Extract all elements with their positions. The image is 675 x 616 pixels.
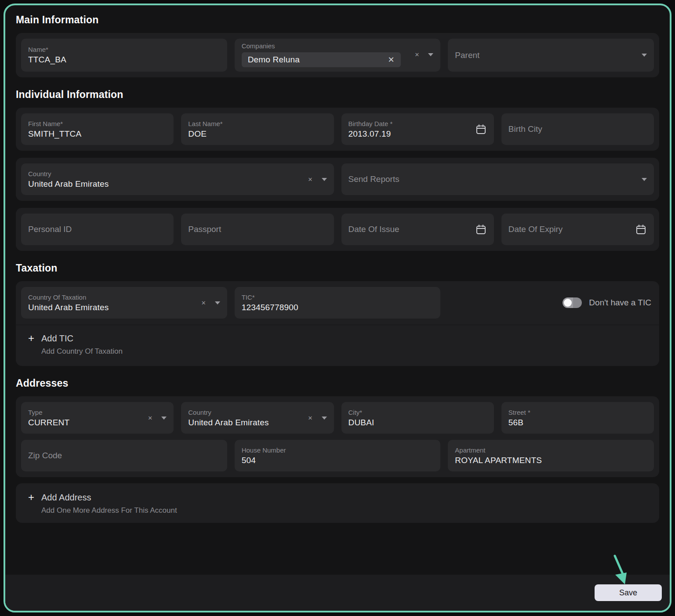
- passport-field[interactable]: Passport: [181, 214, 334, 245]
- dont-have-tic-cell: Don't have a TIC: [448, 287, 654, 319]
- clear-icon[interactable]: [201, 300, 206, 306]
- clear-icon[interactable]: [414, 52, 419, 58]
- last-name-label: Last Name*: [188, 120, 327, 127]
- city-field[interactable]: City* DUBAI: [341, 402, 494, 434]
- zip-code-placeholder: Zip Code: [28, 451, 62, 460]
- zip-code-field[interactable]: Zip Code: [21, 440, 227, 471]
- tic-text: TIC* 123456778900: [242, 294, 434, 312]
- address-country-select[interactable]: Country United Arab Emirates: [181, 402, 334, 434]
- street-field[interactable]: Street * 56B: [501, 402, 654, 434]
- send-reports-controls: [642, 178, 647, 181]
- date-of-issue-text: Date Of Issue: [348, 225, 470, 234]
- chip-remove-icon[interactable]: [388, 56, 395, 64]
- birthday-date-label: Birthday Date *: [348, 120, 470, 127]
- name-field[interactable]: Name* TTCA_BA: [21, 39, 227, 72]
- date-of-issue-controls: [475, 224, 487, 236]
- form-content: Main Information Name* TTCA_BA Companies…: [5, 5, 670, 575]
- individual-information-row-1: First Name* SMITH_TTCA Last Name* DOE Bi…: [16, 108, 659, 151]
- tic-field[interactable]: TIC* 123456778900: [235, 287, 441, 319]
- address-type-controls: [148, 415, 167, 421]
- country-controls: [308, 177, 327, 182]
- form-footer: Save: [5, 575, 670, 611]
- apartment-value: ROYAL APARTMENTS: [455, 456, 647, 465]
- country-of-taxation-select[interactable]: Country Of Taxation United Arab Emirates: [21, 287, 227, 319]
- add-tic-label: Add TIC: [41, 333, 73, 344]
- house-number-value: 504: [242, 456, 434, 465]
- plus-icon: [26, 492, 36, 503]
- add-tic-description: Add Country Of Taxation: [41, 347, 649, 356]
- country-text: Country United Arab Emirates: [28, 170, 303, 189]
- address-type-select[interactable]: Type CURRENT: [21, 402, 174, 434]
- calendar-icon[interactable]: [475, 224, 487, 236]
- house-number-field[interactable]: House Number 504: [235, 440, 441, 471]
- chevron-down-icon[interactable]: [642, 54, 647, 57]
- add-address-label: Add Address: [41, 493, 91, 503]
- chevron-down-icon[interactable]: [428, 53, 433, 56]
- last-name-field[interactable]: Last Name* DOE: [181, 113, 334, 145]
- clear-icon[interactable]: [308, 415, 313, 421]
- first-name-value: SMITH_TTCA: [28, 129, 167, 139]
- add-address-button[interactable]: Add Address Add One More Address For Thi…: [16, 483, 659, 523]
- address-country-text: Country United Arab Emirates: [188, 409, 302, 428]
- city-text: City* DUBAI: [348, 409, 487, 428]
- send-reports-text: Send Reports: [348, 174, 637, 184]
- name-field-text: Name* TTCA_BA: [28, 46, 220, 65]
- dont-have-tic-toggle[interactable]: [562, 297, 582, 308]
- address-country-value: United Arab Emirates: [188, 418, 302, 428]
- main-information-group: Name* TTCA_BA Companies Demo Reluna: [16, 33, 659, 77]
- date-of-expiry-field[interactable]: Date Of Expiry: [501, 214, 654, 245]
- companies-select[interactable]: Companies Demo Reluna: [235, 39, 441, 72]
- parent-placeholder: Parent: [455, 51, 479, 60]
- address-type-label: Type: [28, 409, 142, 416]
- birth-city-field[interactable]: Birth City: [501, 113, 654, 145]
- zip-code-text: Zip Code: [28, 451, 220, 460]
- date-of-expiry-controls: [635, 224, 647, 236]
- chevron-down-icon[interactable]: [322, 178, 327, 181]
- name-label: Name*: [28, 46, 220, 53]
- section-title-individual-information: Individual Information: [16, 89, 659, 101]
- birth-city-text: Birth City: [508, 124, 647, 134]
- calendar-icon[interactable]: [635, 224, 647, 236]
- tic-label: TIC*: [242, 294, 434, 301]
- date-of-expiry-placeholder: Date Of Expiry: [508, 225, 563, 234]
- company-chip[interactable]: Demo Reluna: [242, 52, 401, 67]
- country-select[interactable]: Country United Arab Emirates: [21, 163, 334, 195]
- street-value: 56B: [508, 418, 647, 428]
- section-title-addresses: Addresses: [16, 377, 659, 389]
- birthday-date-value: 2013.07.19: [348, 129, 470, 139]
- chevron-down-icon[interactable]: [215, 301, 220, 304]
- chevron-down-icon[interactable]: [642, 178, 647, 181]
- personal-id-placeholder: Personal ID: [28, 225, 72, 234]
- add-tic-row: Add TIC: [26, 333, 649, 344]
- parent-controls: [642, 54, 647, 57]
- addresses-group: Type CURRENT Country United Arab Emirate…: [16, 396, 659, 477]
- add-tic-button[interactable]: Add TIC Add Country Of Taxation: [21, 325, 654, 360]
- apartment-text: Apartment ROYAL APARTMENTS: [455, 446, 647, 465]
- street-label: Street *: [508, 409, 647, 416]
- companies-label: Companies: [242, 42, 410, 50]
- country-value: United Arab Emirates: [28, 179, 303, 189]
- birthday-date-field[interactable]: Birthday Date * 2013.07.19: [341, 113, 494, 145]
- tic-value: 123456778900: [242, 303, 434, 312]
- clear-icon[interactable]: [308, 177, 313, 182]
- parent-select[interactable]: Parent: [448, 39, 654, 72]
- apartment-field[interactable]: Apartment ROYAL APARTMENTS: [448, 440, 654, 471]
- chevron-down-icon[interactable]: [161, 417, 167, 420]
- save-button[interactable]: Save: [595, 584, 662, 601]
- date-of-issue-field[interactable]: Date Of Issue: [341, 214, 494, 245]
- first-name-field[interactable]: First Name* SMITH_TTCA: [21, 113, 174, 145]
- country-of-taxation-label: Country Of Taxation: [28, 294, 196, 301]
- chevron-down-icon[interactable]: [322, 417, 327, 420]
- clear-icon[interactable]: [148, 415, 152, 421]
- send-reports-placeholder: Send Reports: [348, 174, 399, 184]
- personal-id-field[interactable]: Personal ID: [21, 214, 174, 245]
- first-name-text: First Name* SMITH_TTCA: [28, 120, 167, 139]
- passport-text: Passport: [188, 225, 327, 234]
- address-type-value: CURRENT: [28, 418, 142, 428]
- name-value: TTCA_BA: [28, 55, 220, 65]
- calendar-icon[interactable]: [475, 123, 487, 135]
- address-country-controls: [308, 415, 327, 421]
- screen: Main Information Name* TTCA_BA Companies…: [0, 0, 675, 616]
- city-label: City*: [348, 409, 487, 416]
- send-reports-select[interactable]: Send Reports: [341, 163, 654, 195]
